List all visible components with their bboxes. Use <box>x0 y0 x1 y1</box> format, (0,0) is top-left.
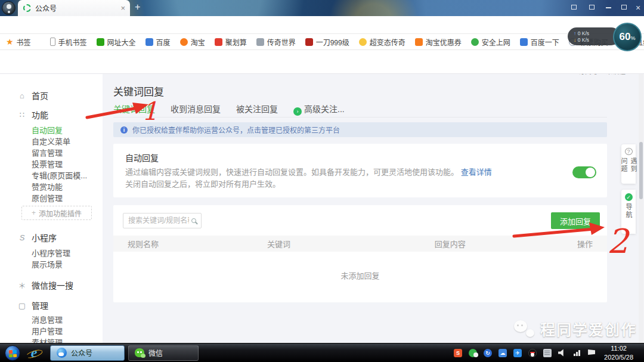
sidebar-section-manage[interactable]: ▢管理 <box>18 299 48 311</box>
taskbar-task-wechat[interactable]: 微信 <box>128 345 199 361</box>
qq-browser-icon <box>57 348 67 358</box>
clock-time: 11:02 <box>604 344 633 353</box>
sidebar-item-miniprogram-mgmt[interactable]: 小程序管理 <box>32 247 70 258</box>
sidebar-item-wechat-search[interactable]: ＊微信搜一搜 <box>18 279 73 291</box>
wechat-mp-favicon <box>23 4 32 13</box>
authorization-notice[interactable]: i 你已授权给壹伴帮助你运营公众号，点击管理已授权的第三方平台 <box>113 122 607 137</box>
bookmark-item[interactable]: 一刀999级 <box>305 37 349 47</box>
browser-profile-avatar[interactable] <box>2 1 16 15</box>
grid-icon: ∷ <box>18 110 26 119</box>
auto-reply-card: 自动回复 通过编辑内容或关键词规则，快速进行自动回复设置。如具备开发能力，可更灵… <box>113 144 607 197</box>
tab-tools-icon[interactable] <box>571 5 577 10</box>
bookmark-item[interactable]: 传奇世界 <box>256 37 296 47</box>
new-tab-button[interactable]: + <box>135 2 140 13</box>
detail-link[interactable]: 查看详情 <box>461 168 492 177</box>
sidebar: ⌂首页 ∷功能 自动回复 自定义菜单 留言管理 投票管理 专辑(原页面模... … <box>0 74 103 343</box>
nav-floater-label: 导航 <box>624 203 633 219</box>
sidebar-item-original-mgmt[interactable]: 原创管理 <box>32 192 63 203</box>
star-icon: ★ <box>6 37 14 47</box>
tab-title: 公众号 <box>35 3 117 13</box>
browser-tab[interactable]: 公众号 × <box>18 0 130 16</box>
documents-tray-icon[interactable] <box>543 349 552 357</box>
sidebar-item-reward[interactable]: 赞赏功能 <box>32 181 63 192</box>
tab-keyword-reply[interactable]: 关键词回复 <box>113 103 155 116</box>
sidebar-section-miniprogram[interactable]: S小程序 <box>18 231 57 243</box>
taskbar-task-mp[interactable]: 公众号 <box>50 345 125 361</box>
info-icon: i <box>120 126 128 134</box>
bookmark-item[interactable]: 网址大全 <box>97 37 136 47</box>
bookmark-item[interactable]: 百度 <box>145 37 171 47</box>
upload-speed: 0 K/s <box>578 30 589 36</box>
wechat-tray-icon[interactable] <box>469 349 477 357</box>
action-center-icon[interactable] <box>588 349 595 356</box>
tab-follow-reply[interactable]: 被关注回复 <box>236 103 278 116</box>
search-icon[interactable] <box>191 218 196 223</box>
network-speed-pill: ↑ 0 K/s ↓ 0 K/s <box>568 27 620 45</box>
boost-unit: % <box>630 35 635 41</box>
auto-reply-toggle[interactable] <box>572 166 596 178</box>
sidebar-item-message-mgmt[interactable]: 消息管理 <box>32 314 63 325</box>
sidebar-item-vote-mgmt[interactable]: 投票管理 <box>32 158 63 169</box>
help-floater[interactable]: ? 遇到问题 <box>621 144 636 184</box>
close-window-icon[interactable]: × <box>636 4 640 12</box>
rule-search-box[interactable] <box>123 213 202 228</box>
taobao-icon <box>180 38 188 46</box>
add-reply-button[interactable]: 添加回复 <box>551 212 600 229</box>
sidebar-item-display-scene[interactable]: 展示场景 <box>32 258 63 270</box>
game-icon <box>256 38 264 46</box>
sogou-tray-icon[interactable]: S <box>454 349 462 357</box>
wechat-icon <box>135 348 144 357</box>
start-button[interactable] <box>5 345 20 361</box>
tim-tray-icon[interactable]: ✈ <box>513 349 522 357</box>
sidebar-item-comment-mgmt[interactable]: 留言管理 <box>32 147 63 158</box>
bookmark-item[interactable]: 安全上网 <box>471 37 510 47</box>
watermark: 程同学爱创作 <box>514 318 637 339</box>
bookmark-item[interactable]: 超变态传奇 <box>359 37 405 47</box>
boost-ball[interactable]: 60% <box>613 23 642 51</box>
game-icon <box>305 38 313 46</box>
sidebar-item-auto-reply[interactable]: 自动回复 <box>32 124 63 135</box>
scrollbar-track[interactable] <box>639 74 643 343</box>
volume-icon[interactable] <box>558 349 566 357</box>
divider <box>113 117 607 117</box>
table-header: 规则名称 关键词 回复内容 操作 <box>113 236 607 252</box>
bookmark-item[interactable]: 百度一下 <box>520 37 559 47</box>
sidebar-item-user-mgmt[interactable]: 用户管理 <box>32 325 63 336</box>
add-plugin-button[interactable]: +添加功能插件 <box>21 206 92 220</box>
tab-advanced-follow[interactable]: ›高级关注... <box>293 103 345 116</box>
bookmark-item[interactable]: 聚划算 <box>215 37 247 47</box>
wechat-bubbles-icon <box>514 320 535 337</box>
miniprogram-icon: S <box>18 233 26 242</box>
nav-site-icon <box>97 38 104 46</box>
bookmark-item[interactable]: 淘宝 <box>180 37 205 47</box>
restore-window-icon[interactable] <box>621 5 627 10</box>
page-title: 关键词回复 <box>113 83 164 98</box>
qq-tray-icon[interactable] <box>528 349 537 357</box>
ie-taskbar-icon[interactable]: e <box>26 345 42 361</box>
taskbar: e 公众号 微信 S ↻ ☁ ✈ 11:02 2020/5/28 <box>0 343 644 362</box>
sidebar-item-home[interactable]: ⌂首页 <box>18 89 48 101</box>
reply-tabs: 关键词回复 收到消息回复 被关注回复 ›高级关注... <box>113 103 345 116</box>
taskbar-clock[interactable]: 11:02 2020/5/28 <box>602 344 639 362</box>
bookmark-item[interactable]: ★书签 <box>6 37 31 47</box>
rule-search-input[interactable] <box>128 216 189 225</box>
scrollbar-thumb[interactable] <box>639 142 643 199</box>
mp-header <box>0 50 644 74</box>
sidebar-item-album[interactable]: 专辑(原页面模... <box>32 169 87 181</box>
nav-floater[interactable]: ✓ 导航 <box>621 190 636 234</box>
question-icon: ? <box>625 148 633 155</box>
bookmark-item[interactable]: 手机书签 <box>50 37 87 47</box>
tab-close-icon[interactable]: × <box>120 4 125 12</box>
juhuasuan-icon <box>215 38 222 46</box>
tab-message-reply[interactable]: 收到消息回复 <box>171 103 221 116</box>
qq-rotate-tray-icon[interactable]: ↻ <box>484 349 492 357</box>
sidebar-section-features[interactable]: ∷功能 <box>18 109 48 120</box>
minimize-icon[interactable] <box>606 7 611 8</box>
bookmark-item[interactable]: 淘宝优惠券 <box>415 37 462 47</box>
help-floater-label: 遇到问题 <box>619 157 638 180</box>
weiyun-tray-icon[interactable]: ☁ <box>499 349 507 357</box>
sidebar-item-custom-menu[interactable]: 自定义菜单 <box>32 135 70 147</box>
network-icon[interactable] <box>573 349 581 357</box>
theme-icon[interactable] <box>589 5 595 10</box>
system-tray: S ↻ ☁ ✈ 11:02 2020/5/28 <box>454 344 644 362</box>
